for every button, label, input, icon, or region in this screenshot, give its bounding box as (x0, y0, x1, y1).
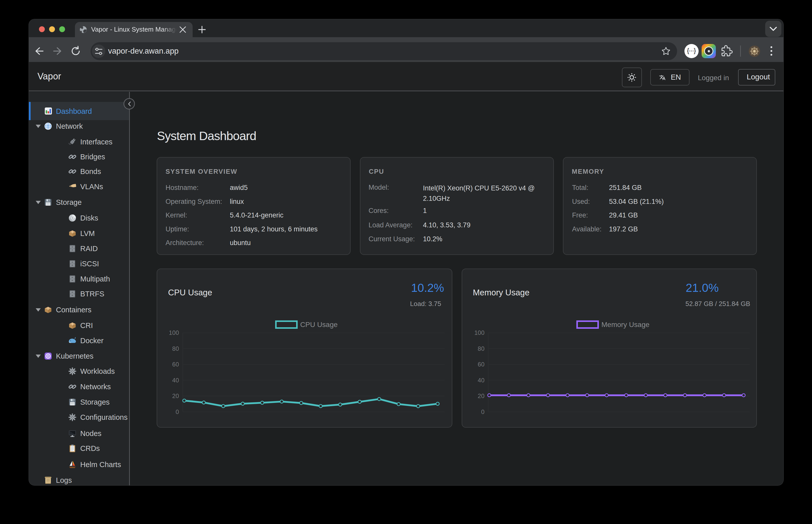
svg-text:100: 100 (474, 329, 484, 336)
svg-text:80: 80 (172, 345, 179, 352)
svg-text:40: 40 (478, 377, 484, 384)
svg-text:Memory Usage: Memory Usage (601, 321, 650, 328)
svg-text:80: 80 (478, 345, 484, 352)
svg-text:60: 60 (172, 361, 179, 368)
svg-text:CPU Usage: CPU Usage (300, 321, 338, 328)
svg-text:40: 40 (172, 377, 179, 384)
svg-text:100: 100 (169, 329, 179, 336)
svg-text:0: 0 (176, 408, 179, 415)
svg-text:60: 60 (478, 361, 484, 368)
svg-text:20: 20 (172, 393, 179, 399)
svg-text:20: 20 (478, 393, 484, 399)
svg-text:0: 0 (481, 408, 484, 415)
